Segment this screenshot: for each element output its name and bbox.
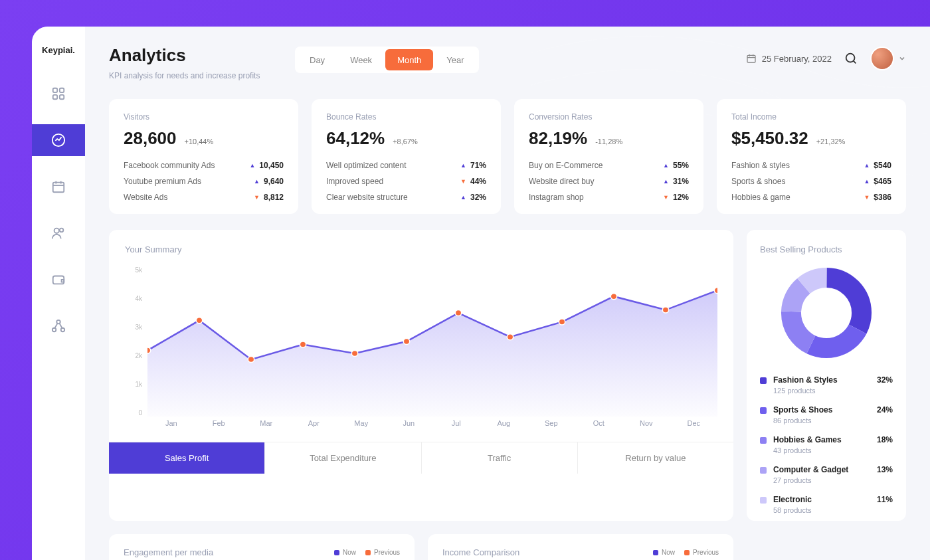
bottom-row: Engagement per media Now Previous Facebo… — [109, 534, 906, 560]
kpi-item: Facebook community Ads ▲ 10,450 — [124, 161, 284, 170]
page-header: Analytics KPI analysis for needs and inc… — [109, 45, 906, 80]
kpi-delta: +21,32% — [816, 138, 846, 145]
data-point — [147, 347, 151, 353]
kpi-item-value: 32% — [470, 193, 486, 202]
income-card: Income Comparison Now Previous 5k4k — [428, 534, 733, 560]
arrow-up-icon: ▲ — [663, 178, 669, 185]
kpi-item: Hobbies & game ▼ $386 — [731, 193, 891, 202]
mid-row: Your Summary 5k4k3k2k1k0 JanFebMarAprMay… — [109, 230, 906, 521]
svg-point-9 — [56, 320, 60, 324]
kpi-card-1: Bounce Rates 64,12% +8,67% Well optimize… — [312, 99, 501, 214]
best-name: Computer & Gadget — [773, 465, 848, 474]
period-tabs: DayWeekMonthYear — [295, 47, 479, 73]
search-icon[interactable] — [844, 51, 858, 66]
svg-point-7 — [60, 229, 64, 233]
kpi-item: Website direct buy ▲ 31% — [529, 177, 689, 186]
color-swatch — [760, 407, 767, 414]
best-sub: 86 products — [773, 417, 832, 424]
kpi-item-label: Youtube premium Ads — [124, 177, 254, 186]
kpi-item: Website Ads ▼ 8,812 — [124, 193, 284, 202]
kpi-item: Clear website structure ▲ 32% — [326, 193, 486, 202]
period-tab-month[interactable]: Month — [385, 49, 433, 70]
user-menu[interactable] — [870, 47, 906, 70]
users-icon — [51, 226, 66, 240]
bottom-spacer — [747, 534, 906, 560]
kpi-item: Fashion & styles ▲ $540 — [731, 161, 891, 170]
best-title: Best Selling Products — [760, 244, 893, 254]
kpi-item-value: 31% — [673, 177, 689, 186]
data-point — [248, 357, 254, 363]
donut-chart — [780, 266, 873, 359]
page-title: Analytics — [109, 45, 282, 66]
period-tab-week[interactable]: Week — [338, 49, 384, 70]
summary-tab-3[interactable]: Return by value — [578, 442, 733, 474]
arrow-down-icon: ▼ — [254, 194, 260, 201]
kpi-label: Conversion Rates — [529, 112, 689, 122]
nav-share[interactable] — [35, 310, 82, 342]
svg-rect-0 — [53, 88, 57, 92]
kpi-item-value: 9,640 — [264, 177, 284, 186]
nav-wallet[interactable] — [35, 264, 82, 296]
kpi-row: Visitors 28,600 +10,44% Facebook communi… — [109, 99, 906, 214]
kpi-item-value: 55% — [673, 161, 689, 170]
kpi-card-2: Conversion Rates 82,19% -11,28% Buy on E… — [514, 99, 703, 214]
best-sub: 58 products — [773, 506, 812, 514]
kpi-item-label: Improved speed — [326, 177, 460, 186]
best-pct: 32% — [877, 375, 893, 385]
kpi-item-value: $540 — [874, 161, 891, 170]
kpi-item-label: Facebook community Ads — [124, 161, 249, 170]
period-tab-day[interactable]: Day — [298, 49, 337, 70]
best-pct: 11% — [877, 495, 893, 504]
kpi-value: 82,19% — [529, 128, 587, 149]
kpi-item-label: Hobbies & game — [731, 193, 864, 202]
arrow-up-icon: ▲ — [254, 178, 260, 185]
best-sub: 43 products — [773, 446, 842, 454]
chevron-down-icon — [898, 54, 906, 62]
arrow-up-icon: ▲ — [663, 162, 669, 169]
calendar-small-icon — [746, 53, 757, 64]
data-point — [300, 341, 306, 347]
kpi-item-label: Clear website structure — [326, 193, 460, 202]
svg-point-6 — [54, 229, 59, 233]
legend-prev: Previous — [693, 549, 719, 556]
best-pct: 24% — [877, 405, 893, 415]
date-text: 25 February, 2022 — [762, 54, 832, 64]
kpi-item-value: $386 — [874, 193, 891, 202]
kpi-item-label: Website Ads — [124, 193, 254, 202]
nav-calendar[interactable] — [35, 171, 82, 203]
svg-rect-12 — [747, 55, 755, 62]
nav-dashboard[interactable] — [35, 78, 82, 110]
arrow-up-icon: ▲ — [864, 162, 870, 169]
arrow-up-icon: ▲ — [249, 162, 255, 169]
date-display[interactable]: 25 February, 2022 — [746, 53, 832, 64]
sidebar: Keypiai. — [32, 27, 85, 560]
engagement-title: Engagement per media — [124, 547, 213, 557]
best-name: Fashion & Styles — [773, 375, 838, 385]
kpi-item-label: Buy on E-Commerce — [529, 161, 663, 170]
engagement-legend: Now Previous — [334, 549, 400, 556]
best-item: Fashion & Styles 125 products 32% — [760, 375, 893, 395]
svg-rect-1 — [60, 88, 64, 92]
nav-users[interactable] — [35, 217, 82, 249]
svg-rect-2 — [53, 95, 57, 99]
arrow-down-icon: ▼ — [663, 194, 669, 201]
kpi-item-label: Well optimized content — [326, 161, 460, 170]
chart-line-icon — [51, 133, 66, 147]
page-subtitle: KPI analysis for needs and increase prof… — [109, 71, 282, 80]
best-list: Fashion & Styles 125 products 32% Sports… — [760, 375, 893, 514]
kpi-value: 28,600 — [124, 128, 177, 149]
data-point — [455, 310, 461, 316]
period-tab-year[interactable]: Year — [434, 49, 476, 70]
legend-prev: Previous — [374, 549, 400, 556]
kpi-item-value: 8,812 — [264, 193, 284, 202]
summary-tab-0[interactable]: Sales Profit — [109, 442, 265, 474]
engagement-card: Engagement per media Now Previous Facebo… — [109, 534, 415, 560]
income-legend: Now Previous — [653, 549, 719, 556]
summary-tab-2[interactable]: Traffic — [422, 442, 578, 474]
data-point — [662, 307, 668, 313]
summary-tab-1[interactable]: Total Expenditure — [265, 442, 421, 474]
kpi-item: Sports & shoes ▲ $465 — [731, 177, 891, 186]
nav-analytics[interactable] — [32, 124, 85, 156]
best-selling-card: Best Selling Products Fashion & Styles 1… — [747, 230, 906, 521]
kpi-label: Total Income — [731, 112, 891, 122]
